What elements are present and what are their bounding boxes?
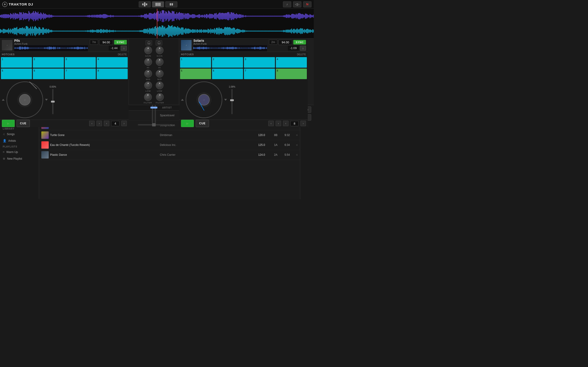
hotcue-right-8[interactable]: 8 (276, 69, 307, 79)
music-icon-btn[interactable]: ♪ (283, 1, 291, 7)
deck-left-hotcues: HOTCUES DELETE 1 2 3 4 5 6 7 8 (0, 52, 129, 80)
track-artist-2: Dimbiman (160, 133, 248, 137)
hotcue-left-4[interactable]: 4 (97, 57, 128, 68)
deck-left-pitch-percent: 0.00% (50, 85, 56, 88)
track-time-4: 5:54 (278, 153, 290, 156)
view-button-3[interactable] (165, 1, 177, 7)
hotcue-left-6[interactable]: 6 (33, 69, 64, 79)
track-artist-3: Delicious Inc. (160, 143, 248, 147)
mixer-hi-right-col: HI (156, 58, 164, 69)
deck-right-next-btn[interactable]: › (276, 121, 281, 126)
view-button-1[interactable] (139, 1, 151, 7)
mixer-mid-right-knob[interactable] (156, 70, 164, 77)
mixer-filter-right-col: FILTER (156, 93, 164, 104)
deck-right-loop-back-btn[interactable]: ‹ (283, 121, 288, 126)
caret-up-left (2, 99, 5, 101)
mixer-filter-right-knob[interactable] (156, 93, 164, 101)
hotcue-left-5[interactable]: 5 (1, 69, 32, 79)
track-row-4[interactable]: Plastic Dance Chris Carrier 124.0 2A 5:5… (39, 150, 300, 160)
track-action-4[interactable]: ≡ (291, 153, 298, 156)
mixer-gain-row: GAIN GAIN (130, 46, 178, 57)
deck-right-delete-btn[interactable]: DELETE (297, 53, 306, 56)
deck-right-hotcues: HOTCUES DELETE 1 2 3 4 5 6 7 8 (179, 52, 308, 80)
deck-right-sync-btn[interactable]: SYNC (293, 40, 306, 44)
mixer-hi-left-col: HI (144, 58, 152, 69)
mixer-hi-left-knob[interactable] (144, 58, 152, 66)
deck-left-next-btn[interactable]: › (96, 121, 102, 126)
mixer-mid-left-knob[interactable] (144, 70, 152, 77)
sidebar-item-new-playlist[interactable]: ⊕ New Playlist (0, 155, 39, 162)
deck-right-pitch-slider: 1.08% (229, 85, 235, 114)
crossfader-track[interactable] (138, 124, 170, 125)
deck-right-pitch-track[interactable] (231, 89, 233, 114)
view-button-2[interactable] (152, 1, 164, 7)
deck-left-delete-btn[interactable]: DELETE (118, 53, 127, 56)
track-action-2[interactable]: ≡ (291, 133, 298, 137)
waveform-overview (0, 9, 314, 39)
n-icon-btn[interactable]: N (303, 1, 311, 7)
deck-left-caret-down (45, 99, 48, 101)
mixer-headphone-right[interactable]: 🎧 (156, 40, 162, 45)
deck-left-hotcues-header: HOTCUES DELETE (1, 53, 128, 56)
track-bpm-2: 120.0 (249, 133, 265, 137)
deck-right-bpm: 94.00 (278, 40, 292, 45)
mixer-gain-left-knob[interactable] (144, 46, 152, 54)
hotcue-right-1[interactable]: 1 (180, 57, 211, 68)
deck-left-prev-btn[interactable]: ‹ (89, 121, 95, 126)
mixer-headphone-row: 🎧 🎧 (130, 40, 178, 45)
deck-right-disc[interactable]: ♪ (186, 81, 222, 118)
mixer-gain-right-label: GAIN (157, 55, 163, 57)
hotcue-left-8[interactable]: 8 (97, 69, 128, 79)
hotcue-right-4[interactable]: 4 (276, 57, 307, 68)
deck-right-loop-num: 8 (290, 121, 299, 126)
sidebar-item-artists[interactable]: 👤 Artists (0, 137, 39, 144)
deck-right-headphone-btn[interactable]: ⌂ (300, 46, 306, 51)
mixer-low-left-knob[interactable] (144, 81, 152, 89)
mixer-filter-left-knob[interactable] (144, 93, 152, 101)
volume-icon-btn[interactable]: ◁▷ (293, 1, 301, 7)
hotcue-left-3[interactable]: 3 (65, 57, 96, 68)
mixer-low-left-label: LOW (145, 90, 151, 92)
deck-left-sync-btn[interactable]: SYNC (114, 40, 127, 44)
hotcue-right-5[interactable]: 5 (180, 69, 211, 79)
deck-left: ♪ Pils Achim Funk 7m 94.00 SYNC -1:44 ⌂ (0, 39, 129, 105)
deck-left-loop-fwd-btn[interactable]: › (121, 121, 127, 126)
deck-left-headphone-btn[interactable]: ⌂ (121, 46, 127, 51)
hotcue-right-2[interactable]: 2 (212, 57, 243, 68)
mixer-gain-right-knob[interactable] (156, 46, 164, 54)
deck-right-play-btn[interactable]: ▶ (181, 120, 194, 127)
deck-right-cue-btn[interactable]: CUE (196, 120, 209, 127)
hotcue-left-1[interactable]: 1 (1, 57, 32, 68)
hotcue-left-2[interactable]: 2 (33, 57, 64, 68)
deck-left-play-btn[interactable]: ▶ (2, 120, 15, 127)
sidebar-item-warmup[interactable]: ≡ Warm Up (0, 149, 39, 155)
deck-left-loop-back-btn[interactable]: ‹ (104, 121, 109, 126)
hotcue-left-7[interactable]: 7 (65, 69, 96, 79)
mixer-hi-right-knob[interactable] (156, 58, 164, 66)
track-action-3[interactable]: ≡ (291, 143, 298, 147)
mixer-low-left-col: LOW (144, 81, 152, 92)
deck-right-loop-fwd-btn[interactable]: › (300, 121, 306, 126)
deck-right-track-name: Solaris (193, 39, 267, 42)
deck-right-caret-down (224, 99, 227, 101)
hotcue-right-7[interactable]: 7 (244, 69, 275, 79)
hotcue-right-3[interactable]: 3 (244, 57, 275, 68)
view-switcher (33, 1, 283, 7)
mixer-channel-fader-right (155, 105, 156, 123)
track-row-3[interactable]: Eau de Chanté (Tuccilo Rework) Delicious… (39, 140, 300, 150)
track-row-2[interactable]: Turtle Gone Dimbiman 120.0 8B 9:32 ≡ (39, 130, 300, 140)
deck-left-pitch-track[interactable] (52, 89, 53, 114)
mixer-fader-right-track[interactable] (155, 105, 156, 123)
sidebar-item-songs[interactable]: ♫ Songs (0, 131, 39, 137)
deck-left-disc[interactable]: ♪ (6, 81, 43, 118)
deck-left-hotcues-label: HOTCUES (2, 53, 15, 56)
deck-right-hotcues-grid: 1 2 3 4 5 6 7 8 (180, 57, 307, 79)
deck-left-cue-btn[interactable]: CUE (17, 120, 30, 127)
deck-right-prev-btn[interactable]: ‹ (268, 121, 274, 126)
app-name: TRAKTOR DJ (9, 2, 33, 6)
hotcue-right-6[interactable]: 6 (212, 69, 243, 79)
artists-icon: 👤 (3, 139, 6, 142)
deck-left-time-before: 7m (90, 40, 98, 45)
mixer-low-right-knob[interactable] (156, 81, 164, 89)
mixer-headphone-left[interactable]: 🎧 (146, 40, 152, 45)
